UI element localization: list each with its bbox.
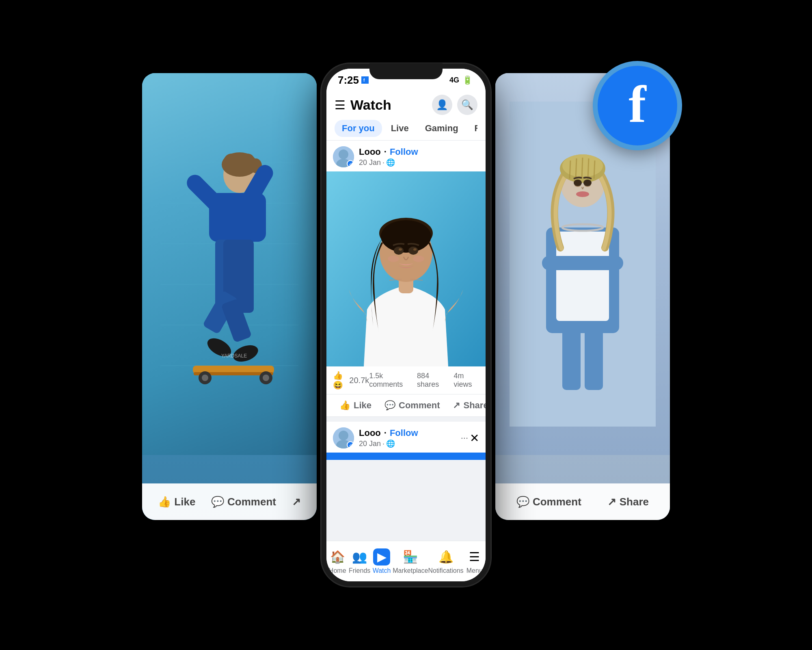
nav-notifications-label: Notifications bbox=[428, 567, 463, 574]
dot-sep-2: · bbox=[384, 428, 387, 438]
hamburger-icon[interactable]: ☰ bbox=[335, 98, 346, 112]
share-label-1: Share bbox=[463, 400, 486, 411]
globe-icon: 🌐 bbox=[386, 158, 395, 167]
svg-line-38 bbox=[582, 158, 583, 179]
post-1-header: ✓ Looo · Follow 20 Jan · bbox=[326, 141, 486, 171]
svg-rect-47 bbox=[562, 329, 581, 390]
nav-friends-label: Friends bbox=[349, 567, 370, 574]
share-icon-1: ↗ bbox=[453, 400, 460, 411]
friends-icon: 👥 bbox=[351, 548, 368, 566]
svg-point-60 bbox=[394, 247, 404, 255]
dot-sep-1: · bbox=[384, 147, 387, 157]
post-2-avatar[interactable]: ✓ bbox=[333, 427, 354, 448]
left-like-button[interactable]: 👍 Like bbox=[158, 496, 195, 508]
nav-menu-label: Menu bbox=[466, 567, 483, 574]
svg-point-9 bbox=[223, 154, 240, 171]
post-1-follow-button[interactable]: Follow bbox=[390, 147, 418, 157]
svg-point-43 bbox=[574, 180, 582, 186]
profile-icon-button[interactable]: 👤 bbox=[432, 95, 452, 115]
nav-friends[interactable]: 👥 Friends bbox=[348, 548, 370, 574]
comments-count: 1.5k comments bbox=[369, 372, 410, 389]
post-2-meta: Looo · Follow 20 Jan · 🌐 bbox=[359, 428, 456, 448]
comment-icon-right: 💬 bbox=[516, 496, 529, 508]
share-icon: ↗ bbox=[292, 496, 301, 508]
header-icons: 👤 🔍 bbox=[432, 95, 477, 115]
reactions-left: 👍😆 20.7k bbox=[333, 370, 369, 390]
nav-watch-label: Watch bbox=[373, 567, 391, 574]
left-comment-button[interactable]: 💬 Comment bbox=[211, 496, 276, 508]
share-label-right: Share bbox=[620, 496, 649, 508]
post-1-date: 20 Jan bbox=[359, 158, 381, 167]
reaction-emojis: 👍😆 bbox=[333, 370, 347, 390]
post-2-blue-strip bbox=[326, 453, 486, 460]
facebook-badge: f bbox=[593, 61, 682, 150]
tab-reels[interactable]: Reels bbox=[467, 120, 477, 137]
profile-icon: 👤 bbox=[436, 99, 448, 110]
svg-point-44 bbox=[583, 180, 592, 186]
right-comment-button[interactable]: 💬 Comment bbox=[516, 496, 581, 508]
svg-point-26 bbox=[263, 375, 269, 381]
status-right: 4G 🔋 bbox=[449, 75, 473, 85]
left-card: YARDSALE 👍 Like 💬 Comment ↗ bbox=[142, 73, 317, 520]
comment-label-1: Comment bbox=[399, 400, 440, 411]
like-icon-1: 👍 bbox=[339, 400, 350, 411]
svg-line-36 bbox=[570, 160, 570, 179]
search-icon-button[interactable]: 🔍 bbox=[457, 95, 477, 115]
video-card-1: ✓ Looo · Follow 20 Jan · bbox=[326, 141, 486, 417]
notch bbox=[369, 63, 443, 79]
video-feed[interactable]: ✓ Looo · Follow 20 Jan · bbox=[326, 141, 486, 541]
home-icon: 🏠 bbox=[329, 548, 346, 566]
svg-point-66 bbox=[388, 256, 399, 262]
phone-screen: 7:25 f 4G 🔋 ☰ Watch bbox=[326, 69, 486, 581]
svg-point-62 bbox=[399, 248, 402, 251]
post-2-more-button[interactable]: ··· ✕ bbox=[461, 431, 479, 445]
svg-point-69 bbox=[339, 431, 348, 440]
right-share-button[interactable]: ↗ Share bbox=[607, 496, 649, 508]
svg-point-61 bbox=[408, 247, 418, 255]
nav-menu[interactable]: ☰ Menu bbox=[464, 548, 486, 574]
svg-text:YARDSALE: YARDSALE bbox=[221, 353, 247, 359]
post-1-avatar[interactable]: ✓ bbox=[333, 146, 354, 167]
svg-line-39 bbox=[588, 158, 589, 179]
phone-outer: 7:25 f 4G 🔋 ☰ Watch bbox=[321, 63, 491, 587]
post-1-user-line: Looo · Follow bbox=[359, 147, 479, 157]
nav-home[interactable]: 🏠 Home bbox=[326, 548, 348, 574]
left-share-button[interactable]: ↗ bbox=[292, 496, 301, 508]
tab-for-you[interactable]: For you bbox=[335, 120, 382, 137]
right-card-actions: 💬 Comment ↗ Share bbox=[495, 483, 670, 520]
share-button-1[interactable]: ↗ Share bbox=[446, 397, 486, 414]
comment-button-1[interactable]: 💬 Comment bbox=[378, 397, 446, 414]
svg-rect-31 bbox=[556, 232, 609, 321]
post-2-follow-button[interactable]: Follow bbox=[390, 428, 418, 438]
video-thumbnail-1[interactable] bbox=[326, 171, 486, 366]
watch-tabs: For you Live Gaming Reels Following bbox=[335, 118, 477, 139]
svg-line-40 bbox=[594, 160, 595, 179]
post-1-action-row: 👍 Like 💬 Comment ↗ Share bbox=[326, 394, 486, 417]
nav-marketplace[interactable]: 🏪 Marketplace bbox=[393, 548, 428, 574]
svg-point-52 bbox=[339, 150, 348, 159]
video-card-2: ✓ Looo · Follow 20 Jan · bbox=[326, 422, 486, 460]
notifications-icon: 🔔 bbox=[437, 548, 454, 566]
svg-line-37 bbox=[576, 158, 577, 179]
fb-circle: f bbox=[593, 61, 682, 150]
tab-live[interactable]: Live bbox=[384, 120, 416, 137]
svg-point-63 bbox=[413, 248, 417, 251]
svg-rect-46 bbox=[542, 256, 623, 270]
comment-label: Comment bbox=[227, 496, 276, 508]
nav-watch[interactable]: ▶ Watch bbox=[371, 548, 393, 574]
post-2-date: 20 Jan bbox=[359, 440, 381, 448]
post-2-user-line: Looo · Follow bbox=[359, 428, 456, 438]
comment-label-right: Comment bbox=[533, 496, 581, 508]
watch-header: ☰ Watch 👤 🔍 For you bbox=[326, 91, 486, 141]
signal-text: 4G bbox=[449, 76, 459, 84]
like-button-1[interactable]: 👍 Like bbox=[333, 397, 378, 414]
watch-title: Watch bbox=[350, 97, 391, 113]
post-2-date-line: 20 Jan · 🌐 bbox=[359, 439, 456, 448]
search-icon: 🔍 bbox=[461, 99, 473, 110]
nav-marketplace-label: Marketplace bbox=[393, 567, 428, 574]
nav-notifications[interactable]: 🔔 Notifications bbox=[428, 548, 463, 574]
post-1-meta: Looo · Follow 20 Jan · 🌐 bbox=[359, 147, 479, 167]
comment-icon-1: 💬 bbox=[384, 400, 395, 411]
tab-gaming[interactable]: Gaming bbox=[418, 120, 466, 137]
girl-video-bg bbox=[326, 171, 486, 366]
